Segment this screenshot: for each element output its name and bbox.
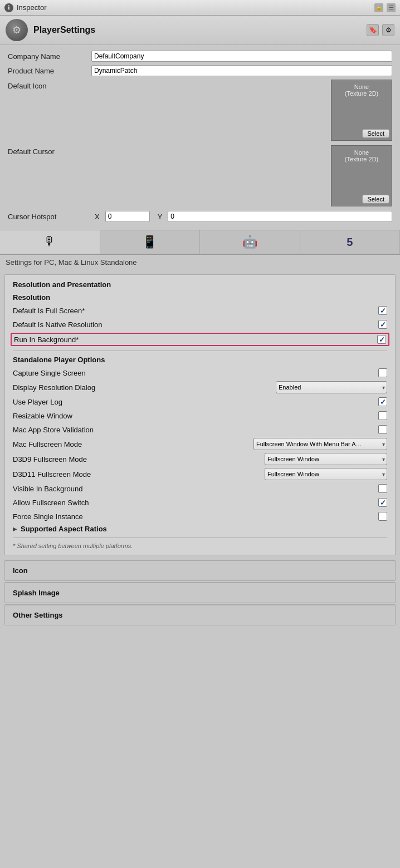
default-cursor-select-button[interactable]: Select	[362, 195, 389, 204]
mac-app-store-validation-checkbox[interactable]	[378, 425, 387, 434]
bookmark-icon[interactable]: 🔖	[367, 24, 379, 36]
splash-image-section-title: Splash Image	[13, 589, 60, 597]
tab-android[interactable]: 🤖	[200, 230, 300, 254]
display-resolution-dialog-select[interactable]: Enabled Disabled Hidden By Default	[276, 381, 387, 393]
info-icon: ℹ	[4, 3, 13, 12]
use-player-log-row: Use Player Log	[13, 396, 387, 407]
visible-in-background-checkbox[interactable]	[378, 484, 387, 493]
collapse-arrow-icon[interactable]: ▶	[13, 526, 17, 532]
d3d11-fullscreen-mode-select[interactable]: Fullscreen Window Exclusive Mode	[265, 468, 387, 480]
force-single-instance-checkbox[interactable]	[378, 512, 387, 521]
allow-fullscreen-switch-label: Allow Fullscreen Switch	[13, 499, 378, 507]
other-settings-section: Other Settings	[5, 605, 395, 625]
display-resolution-dialog-row: Display Resolution Dialog Enabled Disabl…	[13, 381, 387, 393]
default-cursor-label: Default Cursor	[8, 145, 91, 156]
visible-in-background-row: Visible In Background	[13, 483, 387, 494]
default-cursor-preview-label: None(Texture 2D)	[345, 149, 379, 162]
default-icon-area: Default Icon None(Texture 2D) Select	[8, 80, 392, 141]
icon-section-title: Icon	[13, 566, 28, 575]
title-bar-controls: 🔒 ☰	[374, 3, 396, 12]
cursor-hotspot-row: Cursor Hotspot X Y	[8, 211, 392, 222]
default-fullscreen-row: Default Is Full Screen*	[13, 305, 387, 316]
menu-icon[interactable]: ☰	[387, 3, 396, 12]
display-resolution-dialog-label: Display Resolution Dialog	[13, 383, 276, 392]
splash-image-section: Splash Image	[5, 583, 395, 603]
product-name-row: Product Name	[8, 65, 392, 76]
default-native-resolution-label: Default Is Native Resolution	[13, 320, 378, 329]
mac-fullscreen-mode-select[interactable]: Fullscreen Window With Menu Bar A… Fulls…	[253, 438, 387, 450]
display-resolution-dialog-wrapper: Enabled Disabled Hidden By Default	[276, 381, 387, 393]
default-fullscreen-checkbox[interactable]	[378, 306, 387, 315]
icon-section: Icon	[5, 560, 395, 580]
default-cursor-area: Default Cursor None(Texture 2D) Select	[8, 145, 392, 206]
d3d11-fullscreen-mode-label: D3D11 Fullscreen Mode	[13, 470, 265, 479]
default-native-resolution-row: Default Is Native Resolution	[13, 319, 387, 330]
default-native-resolution-checkbox[interactable]	[378, 320, 387, 329]
d3d9-fullscreen-mode-select[interactable]: Fullscreen Window Exclusive Mode	[265, 453, 387, 465]
mac-app-store-validation-label: Mac App Store Validation	[13, 426, 378, 434]
supported-aspect-ratios-row: ▶ Supported Aspect Ratios	[13, 525, 387, 533]
title-bar-text: Inspector	[17, 3, 46, 12]
lock-icon[interactable]: 🔒	[374, 3, 383, 12]
other-settings-section-title: Other Settings	[13, 611, 63, 619]
tab-html5[interactable]: 5	[300, 230, 401, 254]
fields-section: Company Name Product Name Default Icon N…	[0, 45, 400, 230]
capture-single-screen-checkbox[interactable]	[378, 368, 387, 377]
product-name-input[interactable]	[91, 65, 392, 76]
resizable-window-checkbox[interactable]	[378, 411, 387, 420]
tab-mobile[interactable]: 📱	[100, 230, 201, 254]
run-in-background-label: Run In Background*	[14, 336, 377, 344]
default-icon-preview: None(Texture 2D) Select	[331, 80, 392, 141]
settings-section-label: Settings for PC, Mac & Linux Standalone	[0, 255, 400, 270]
default-icon-preview-label: None(Texture 2D)	[345, 83, 379, 97]
default-icon-label: Default Icon	[8, 80, 91, 90]
resizable-window-row: Resizable Window	[13, 410, 387, 421]
inspector-title: PlayerSettings	[33, 25, 95, 35]
mac-fullscreen-mode-label: Mac Fullscreen Mode	[13, 440, 253, 448]
settings-gear-icon[interactable]: ⚙	[382, 24, 394, 36]
visible-in-background-label: Visible In Background	[13, 485, 378, 493]
default-fullscreen-label: Default Is Full Screen*	[13, 307, 378, 315]
supported-aspect-ratios-label[interactable]: Supported Aspect Ratios	[21, 525, 107, 533]
capture-single-screen-label: Capture Single Screen	[13, 369, 378, 377]
run-in-background-row: Run In Background*	[11, 333, 389, 346]
hotspot-y-input[interactable]	[168, 211, 392, 222]
shared-setting-footnote: * Shared setting between multiple platfo…	[13, 542, 387, 549]
capture-single-screen-row: Capture Single Screen	[13, 367, 387, 378]
d3d11-fullscreen-mode-wrapper: Fullscreen Window Exclusive Mode	[265, 468, 387, 480]
resolution-section-title: Resolution and Presentation	[13, 280, 387, 289]
force-single-instance-row: Force Single Instance	[13, 511, 387, 522]
mac-app-store-validation-row: Mac App Store Validation	[13, 424, 387, 435]
hotspot-x-input[interactable]	[105, 211, 150, 222]
mac-fullscreen-mode-wrapper: Fullscreen Window With Menu Bar A… Fulls…	[253, 438, 387, 450]
resizable-window-label: Resizable Window	[13, 412, 378, 420]
mac-fullscreen-mode-row: Mac Fullscreen Mode Fullscreen Window Wi…	[13, 438, 387, 450]
gear-icon: ⚙	[6, 19, 28, 41]
y-label: Y	[158, 213, 163, 221]
allow-fullscreen-switch-checkbox[interactable]	[378, 498, 387, 507]
d3d9-fullscreen-mode-row: D3D9 Fullscreen Mode Fullscreen Window E…	[13, 453, 387, 465]
company-name-row: Company Name	[8, 51, 392, 62]
resolution-subsection-title: Resolution	[13, 293, 387, 302]
run-in-background-checkbox[interactable]	[377, 335, 386, 344]
product-name-label: Product Name	[8, 67, 91, 75]
use-player-log-checkbox[interactable]	[378, 397, 387, 406]
company-name-input[interactable]	[91, 51, 392, 62]
force-single-instance-label: Force Single Instance	[13, 512, 378, 521]
cursor-hotspot-label: Cursor Hotspot	[8, 213, 91, 221]
x-label: X	[95, 213, 100, 221]
use-player-log-label: Use Player Log	[13, 398, 378, 406]
inspector-header: ⚙ PlayerSettings 🔖 ⚙	[0, 16, 400, 45]
default-cursor-preview: None(Texture 2D) Select	[331, 145, 392, 206]
allow-fullscreen-switch-row: Allow Fullscreen Switch	[13, 497, 387, 508]
default-icon-select-button[interactable]: Select	[362, 129, 389, 138]
d3d9-fullscreen-mode-label: D3D9 Fullscreen Mode	[13, 455, 265, 463]
d3d9-fullscreen-mode-wrapper: Fullscreen Window Exclusive Mode	[265, 453, 387, 465]
d3d11-fullscreen-mode-row: D3D11 Fullscreen Mode Fullscreen Window …	[13, 468, 387, 480]
company-name-label: Company Name	[8, 52, 91, 61]
title-bar: ℹ Inspector 🔒 ☰	[0, 0, 400, 16]
platform-tabs: 🎙 📱 🤖 5	[0, 230, 400, 255]
settings-panel: Resolution and Presentation Resolution D…	[4, 274, 396, 555]
tab-standalone[interactable]: 🎙	[0, 230, 100, 254]
standalone-options-title: Standalone Player Options	[13, 356, 387, 364]
